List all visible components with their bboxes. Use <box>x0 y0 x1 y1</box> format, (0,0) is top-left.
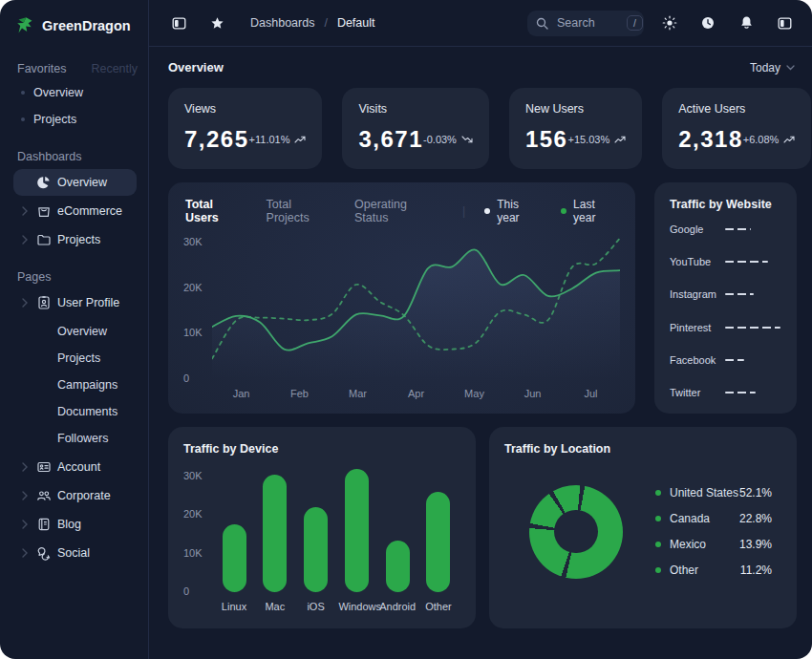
search-input[interactable] <box>555 15 620 31</box>
location-label: United States <box>670 486 738 500</box>
trend-up-icon <box>783 136 795 143</box>
total-users-chart-card: Total Users Total Projects Operating Sta… <box>168 182 635 414</box>
y-tick-label: 10K <box>183 547 203 559</box>
device-bar-android <box>386 541 410 592</box>
period-label: Today <box>750 61 780 74</box>
kpi-card-views: Views 7,265 +11.01% <box>168 88 322 169</box>
kpi-delta: -0.03% <box>423 134 457 145</box>
sidebar-item-label: Social <box>57 546 90 560</box>
chevron-right-icon <box>19 206 31 216</box>
x-tick-label: Jan <box>212 388 270 399</box>
website-traffic-bar <box>725 228 751 230</box>
x-tick-label: Android <box>379 601 416 612</box>
location-value: 22.8% <box>739 512 772 525</box>
traffic-by-location-card: Traffic by Location United States52.1%Ca… <box>489 427 797 628</box>
sidebar-item-label: Overview <box>33 86 83 99</box>
traffic-by-website-card: Traffic by Website GoogleYouTubeInstagra… <box>654 182 797 414</box>
y-tick-label: 30K <box>183 236 203 247</box>
location-label: Other <box>670 563 698 577</box>
location-legend-row: United States52.1% <box>655 486 772 500</box>
website-row: YouTube <box>670 256 781 267</box>
device-bar-other <box>426 492 450 592</box>
tab-total-users[interactable]: Total Users <box>185 198 249 224</box>
kpi-label: New Users <box>525 102 626 116</box>
sidebar-toggle-icon[interactable] <box>166 11 191 35</box>
website-row: Instagram <box>670 288 781 300</box>
device-bar-ios <box>304 507 328 592</box>
website-traffic-bar <box>725 327 780 329</box>
sidebar-section-dashboards: Dashboards <box>17 150 135 163</box>
sidebar-item-overview-fav[interactable]: Overview <box>15 79 137 106</box>
sidebar-item-projects[interactable]: Projects <box>13 226 137 253</box>
website-row: Google <box>670 223 781 235</box>
legend-last-year: Last year <box>561 198 620 224</box>
sidebar-subitem-followers[interactable]: Followers <box>13 425 137 452</box>
device-bar-linux <box>223 524 246 592</box>
panel-right-icon[interactable] <box>772 11 797 35</box>
x-tick-label: Apr <box>387 388 445 399</box>
x-tick-label: iOS <box>298 601 334 612</box>
breadcrumb-separator: / <box>324 16 327 30</box>
tab-total-projects[interactable]: Total Projects <box>267 198 337 224</box>
app-title: GreenDragon <box>42 18 131 33</box>
sidebar-section-pages: Pages <box>17 270 135 284</box>
search-box[interactable]: / <box>527 11 644 36</box>
sidebar-tab-favorites[interactable]: Favorites <box>17 62 66 75</box>
website-traffic-bar <box>725 261 768 263</box>
sidebar-item-projects-fav[interactable]: Projects <box>15 106 137 133</box>
x-tick-label: Linux <box>216 601 252 612</box>
period-selector[interactable]: Today <box>750 61 795 74</box>
star-icon[interactable] <box>204 11 229 35</box>
sidebar-item-ecommerce[interactable]: eCommerce <box>13 198 137 224</box>
sidebar-item-overview[interactable]: Overview <box>13 169 137 196</box>
sidebar-subitem-campaigns[interactable]: Campaigns <box>13 372 137 398</box>
notifications-bell-icon[interactable] <box>734 11 759 35</box>
sidebar-subitem-projects[interactable]: Projects <box>13 345 137 372</box>
location-legend: United States52.1%Canada22.8%Mexico13.9%… <box>655 486 772 577</box>
x-tick-label: Mac <box>257 601 293 612</box>
id-badge-icon <box>36 295 52 310</box>
sidebar-item-social[interactable]: Social <box>13 540 137 566</box>
breadcrumb-dashboards[interactable]: Dashboards <box>250 16 314 30</box>
kpi-cards: Views 7,265 +11.01% Visits 3,671 -0.03% … <box>168 88 797 169</box>
sidebar-item-label: Projects <box>57 233 100 246</box>
website-rows: GoogleYouTubeInstagramPinterestFacebookT… <box>670 223 781 398</box>
sidebar-item-account[interactable]: Account <box>13 454 137 480</box>
sidebar-item-label: eCommerce <box>57 204 122 218</box>
website-row: Facebook <box>670 354 781 366</box>
location-value: 13.9% <box>739 538 772 551</box>
sidebar-item-user-profile[interactable]: User Profile <box>13 289 137 316</box>
line-chart-y-axis: 010K20K30K <box>183 236 212 399</box>
sidebar-subitem-documents[interactable]: Documents <box>13 398 137 425</box>
breadcrumb-default[interactable]: Default <box>337 16 375 30</box>
tab-operating-status[interactable]: Operating Status <box>354 198 443 224</box>
x-tick-label: Windows <box>338 601 374 612</box>
kpi-delta: +6.08% <box>743 134 780 145</box>
history-clock-icon[interactable] <box>695 11 720 35</box>
tabs-divider: | <box>462 204 465 218</box>
y-tick-label: 0 <box>183 372 189 384</box>
sidebar-item-corporate[interactable]: Corporate <box>13 482 137 509</box>
sidebar-item-label: Projects <box>33 113 76 126</box>
main-content: Overview Today Views 7,265 +11.01% <box>149 47 812 659</box>
device-bar-windows <box>345 469 369 592</box>
sidebar-tab-recently[interactable]: Recently <box>91 62 138 75</box>
kpi-card-new-users: New Users 156 +15.03% <box>509 88 642 169</box>
x-tick-label: Other <box>420 601 457 612</box>
website-label: Pinterest <box>670 322 725 333</box>
kpi-value: 2,318 <box>678 126 743 153</box>
kpi-card-active-users: Active Users 2,318 +6.08% <box>662 88 811 169</box>
location-donut-chart <box>529 485 623 579</box>
card-title: Traffic by Location <box>504 442 781 456</box>
theme-sun-icon[interactable] <box>657 11 682 35</box>
sidebar-item-blog[interactable]: Blog <box>13 511 137 538</box>
logo[interactable]: GreenDragon <box>13 13 137 35</box>
legend-dot-icon <box>655 516 661 521</box>
sidebar-item-label: User Profile <box>57 296 119 309</box>
id-card-icon <box>36 459 52 475</box>
sidebar-subitem-overview[interactable]: Overview <box>13 318 137 345</box>
card-title: Traffic by Website <box>670 198 781 211</box>
website-label: Twitter <box>670 387 725 398</box>
topbar: Dashboards / Default / <box>149 0 812 47</box>
website-label: Instagram <box>670 288 725 300</box>
